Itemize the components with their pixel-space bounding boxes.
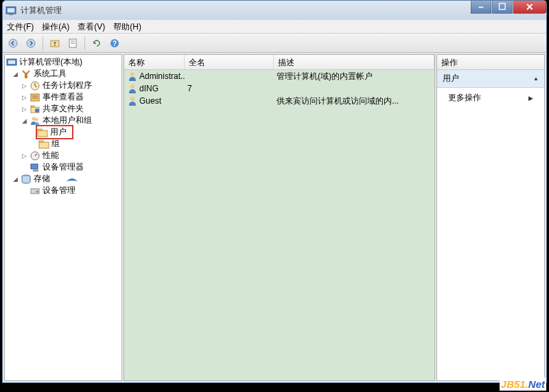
- tree-event-viewer[interactable]: ▷ 事件查看器: [6, 91, 120, 103]
- help-button[interactable]: ?: [107, 36, 122, 51]
- cell-name: Administrat...: [124, 71, 185, 82]
- window-title: 计算机管理: [21, 5, 62, 16]
- tree-performance[interactable]: ▷ 性能: [6, 150, 120, 161]
- svg-point-20: [35, 108, 39, 113]
- cell-desc: 管理计算机(域)的内置帐户: [274, 71, 434, 82]
- col-desc[interactable]: 描述: [274, 55, 434, 69]
- disk-icon: [30, 185, 40, 196]
- minimize-button[interactable]: –: [471, 1, 491, 14]
- tree-task-scheduler[interactable]: ▷ 任务计划程序: [6, 80, 120, 91]
- tree-label: 存储: [34, 173, 50, 185]
- tree-label: 设备管理器: [43, 161, 84, 173]
- svg-point-22: [35, 117, 38, 121]
- device-manager-icon: [30, 162, 40, 173]
- table-row[interactable]: Guest供来宾访问计算机或访问域的内...: [124, 95, 434, 107]
- column-headers: 名称 全名 描述: [124, 55, 434, 70]
- tree-device-manager[interactable]: 设备管理器: [6, 161, 120, 173]
- folder-icon: [38, 139, 49, 150]
- tree-label: 用户: [50, 126, 67, 138]
- up-button[interactable]: [47, 36, 62, 51]
- svg-point-32: [36, 190, 38, 192]
- forward-button[interactable]: [23, 36, 38, 51]
- user-icon: [127, 83, 138, 94]
- tree-users[interactable]: 用户: [6, 126, 120, 138]
- expand-icon[interactable]: ▷: [21, 82, 28, 89]
- tree-label: 系统工具: [34, 68, 67, 80]
- svg-rect-1: [8, 8, 14, 12]
- collapse-arrow-icon[interactable]: ▲: [533, 76, 539, 82]
- maximize-button[interactable]: ☐: [492, 1, 513, 14]
- user-icon: [127, 95, 138, 106]
- app-icon: [5, 5, 16, 16]
- tree-root[interactable]: 计算机管理(本地): [6, 56, 120, 68]
- back-button[interactable]: [5, 36, 21, 51]
- col-fullname[interactable]: 全名: [185, 55, 274, 69]
- properties-button[interactable]: [65, 36, 80, 51]
- actions-pane: 操作 用户 ▲ 更多操作 ▶: [436, 54, 545, 381]
- actions-header: 操作: [437, 55, 544, 70]
- tree-label: 计算机管理(本地): [19, 56, 82, 68]
- tree-shared-folders[interactable]: ▷ 共享文件夹: [6, 103, 120, 115]
- menu-action[interactable]: 操作(A): [42, 21, 69, 32]
- list-pane[interactable]: 名称 全名 描述 Administrat...管理计算机(域)的内置帐户dING…: [124, 54, 435, 381]
- svg-rect-28: [31, 164, 38, 169]
- table-row[interactable]: Administrat...管理计算机(域)的内置帐户: [124, 70, 434, 82]
- submenu-arrow-icon: ▶: [528, 95, 533, 102]
- svg-rect-25: [39, 142, 49, 148]
- svg-rect-13: [25, 74, 27, 78]
- collapse-icon[interactable]: ◢: [12, 70, 19, 78]
- menu-help[interactable]: 帮助(H): [113, 21, 141, 32]
- tree-label: 设备管理: [43, 185, 75, 196]
- watermark-text: Net: [528, 378, 545, 390]
- svg-rect-19: [31, 106, 34, 107]
- computer-icon: [6, 57, 17, 68]
- tree-sys-tools[interactable]: ◢ 系统工具: [6, 68, 120, 80]
- svg-point-4: [27, 39, 35, 47]
- tree-device-mgmt[interactable]: 设备管理: [6, 185, 120, 196]
- toolbar: ?: [3, 34, 546, 53]
- menu-file[interactable]: 文件(F): [7, 21, 34, 32]
- tree-label: 组: [51, 138, 60, 150]
- watermark-text: JB51.: [501, 378, 528, 390]
- table-row[interactable]: dING7: [124, 82, 434, 95]
- expand-icon[interactable]: ▷: [21, 152, 28, 159]
- svg-rect-23: [38, 130, 47, 137]
- expand-icon[interactable]: ▷: [21, 105, 28, 113]
- svg-text:?: ?: [113, 40, 117, 47]
- tree-label: 任务计划程序: [43, 80, 92, 91]
- badge-icon: [65, 176, 79, 183]
- svg-point-35: [130, 97, 135, 101]
- cell-name: dING: [124, 83, 185, 94]
- tree-label: 性能: [43, 150, 59, 161]
- folder-icon: [37, 127, 48, 138]
- event-icon: [30, 92, 40, 103]
- tools-icon: [21, 69, 32, 80]
- expand-icon[interactable]: ▷: [21, 93, 28, 101]
- close-button[interactable]: ✕: [513, 1, 546, 14]
- clock-icon: [30, 80, 40, 91]
- actions-section[interactable]: 用户 ▲: [437, 70, 544, 88]
- tree-storage[interactable]: ◢ 存储: [6, 173, 120, 185]
- col-name[interactable]: 名称: [124, 55, 185, 69]
- menu-view[interactable]: 查看(V): [78, 21, 105, 32]
- performance-icon: [30, 150, 40, 161]
- menubar: 文件(F) 操作(A) 查看(V) 帮助(H): [3, 20, 546, 34]
- titlebar[interactable]: 计算机管理 – ☐ ✕: [3, 1, 546, 20]
- refresh-button[interactable]: [89, 36, 104, 51]
- content-area: 计算机管理(本地) ◢ 系统工具 ▷ 任务计划程序 ▷: [3, 53, 546, 382]
- watermark: JB51.Net: [500, 378, 546, 391]
- tree-groups[interactable]: 组: [6, 138, 120, 150]
- svg-rect-24: [38, 129, 42, 130]
- svg-rect-29: [33, 170, 38, 172]
- tree-pane[interactable]: 计算机管理(本地) ◢ 系统工具 ▷ 任务计划程序 ▷: [4, 54, 122, 381]
- storage-icon: [21, 174, 32, 185]
- svg-rect-2: [9, 14, 13, 15]
- collapse-icon[interactable]: ◢: [12, 175, 19, 183]
- shared-folder-icon: [30, 104, 40, 115]
- collapse-icon[interactable]: ◢: [21, 117, 28, 124]
- cell-name: Guest: [124, 95, 185, 106]
- svg-rect-15: [31, 94, 39, 101]
- actions-more[interactable]: 更多操作 ▶: [437, 88, 544, 108]
- actions-section-label: 用户: [443, 73, 459, 84]
- svg-rect-26: [39, 141, 43, 142]
